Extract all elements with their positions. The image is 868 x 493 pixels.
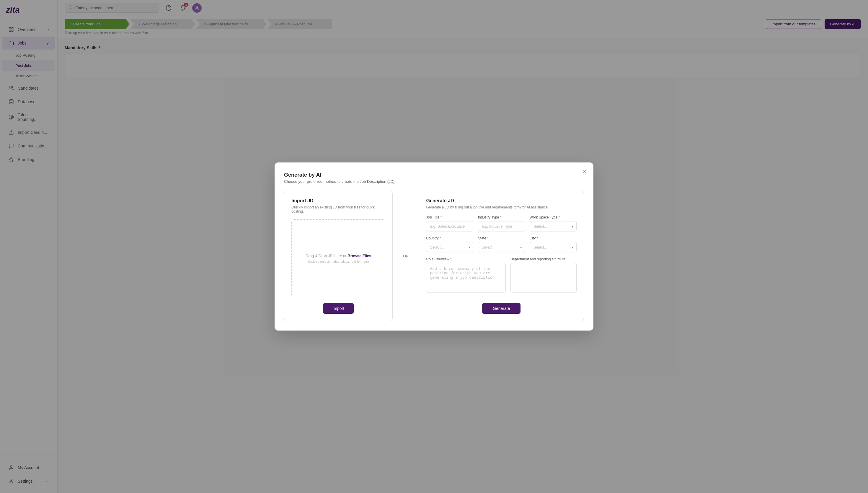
state-select[interactable]: Select... — [478, 242, 525, 252]
generate-jd-title: Generate JD — [426, 198, 577, 203]
department-label: Department and reporting structure — [510, 257, 577, 261]
file-dropzone[interactable]: Drag & Drop JD Here or Browse Files (Upl… — [291, 219, 385, 297]
country-select[interactable]: Select... — [426, 242, 473, 252]
country-select-wrap: Select... ▾ — [426, 242, 473, 252]
modal-subtitle: Choose your preferred method to create t… — [284, 179, 584, 184]
import-jd-subtitle: Quickly import an existing JD from your … — [291, 205, 385, 213]
workspace-type-group: Work Space Type * Select... ▾ — [530, 215, 577, 232]
import-jd-title: Import JD — [291, 198, 385, 203]
form-row-1: Job Title * Industry Type * Work Space T… — [426, 215, 577, 232]
city-label: City * — [530, 236, 577, 240]
browse-files-link[interactable]: Browse Files — [347, 254, 371, 258]
state-select-wrap: Select... ▾ — [478, 242, 525, 252]
country-label: Country * — [426, 236, 473, 240]
modal-overlay: × Generate by AI Choose your preferred m… — [0, 0, 868, 493]
job-title-group: Job Title * — [426, 215, 473, 232]
format-hint: (Upload only .txt, .doc, .docx, .pdf for… — [308, 260, 369, 263]
modal-close-button[interactable]: × — [581, 167, 589, 175]
role-overview-textarea[interactable] — [426, 263, 505, 293]
country-group: Country * Select... ▾ — [426, 236, 473, 252]
job-title-input[interactable] — [426, 221, 473, 232]
generate-footer: Generate — [426, 303, 577, 314]
import-jd-panel: Import JD Quickly import an existing JD … — [284, 191, 393, 321]
form-row-3: Role Overview * Department and reporting… — [426, 257, 577, 293]
state-group: State * Select... ▾ — [478, 236, 525, 252]
generate-jd-panel: Generate JD Generate a JD by filling out… — [419, 191, 584, 321]
generate-button[interactable]: Generate — [482, 303, 521, 314]
workspace-type-select-wrap: Select... ▾ — [530, 221, 577, 232]
role-overview-label: Role Overview * — [426, 257, 505, 261]
state-label: State * — [478, 236, 525, 240]
city-select-wrap: Select... ▾ — [530, 242, 577, 252]
import-panel-footer: Import — [291, 303, 385, 314]
modal-body: Import JD Quickly import an existing JD … — [284, 191, 584, 321]
industry-type-input[interactable] — [478, 221, 525, 232]
department-group: Department and reporting structure — [510, 257, 577, 293]
workspace-type-select[interactable]: Select... — [530, 221, 577, 232]
role-overview-group: Role Overview * — [426, 257, 505, 293]
form-row-2: Country * Select... ▾ State * — [426, 236, 577, 252]
job-title-label: Job Title * — [426, 215, 473, 219]
department-textarea[interactable] — [510, 263, 577, 293]
modal-title: Generate by AI — [284, 172, 584, 178]
or-divider: OR — [400, 191, 411, 321]
generate-ai-modal: × Generate by AI Choose your preferred m… — [275, 163, 593, 330]
import-button[interactable]: Import — [323, 303, 354, 314]
industry-type-group: Industry Type * — [478, 215, 525, 232]
city-select[interactable]: Select... — [530, 242, 577, 252]
industry-type-label: Industry Type * — [478, 215, 525, 219]
dropzone-text: Drag & Drop JD Here or Browse Files — [306, 254, 371, 258]
city-group: City * Select... ▾ — [530, 236, 577, 252]
workspace-type-label: Work Space Type * — [530, 215, 577, 219]
generate-jd-subtitle: Generate a JD by filling out a job title… — [426, 205, 577, 209]
